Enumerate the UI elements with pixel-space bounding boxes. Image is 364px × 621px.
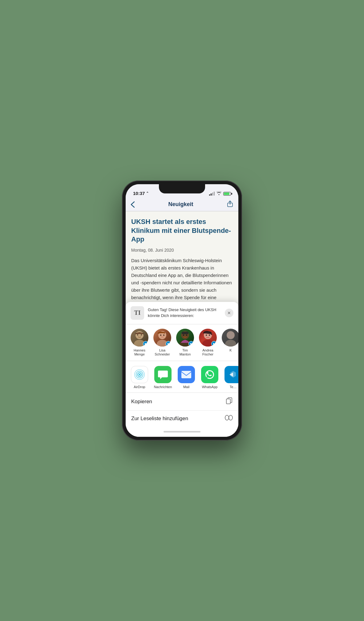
nachrichten-icon [154,366,172,383]
svg-point-3 [137,334,138,335]
share-button[interactable] [227,201,233,209]
svg-point-11 [183,335,184,336]
share-close-button[interactable]: ✕ [225,309,233,317]
share-sheet: TI Guten Tag! Diese Neuigkeit des UKSH k… [126,302,238,437]
location-icon: ⌃ [146,191,149,195]
svg-point-1 [135,331,144,339]
article-body: Das Universitätsklinikum Schleswig-Holst… [131,257,233,309]
article-date: Montag, 08. Juni 2020 [131,248,233,253]
share-preview-text: Guten Tag! Diese Neuigkeit des UKSH könn… [148,307,222,318]
svg-point-28 [225,415,229,420]
app-whatsapp[interactable]: WhatsApp [200,366,220,389]
contact-hannes[interactable]: ▶ HannesMenge [129,329,150,356]
nav-bar: Neuigkeit [126,198,238,211]
app-mail[interactable]: Mail [176,366,196,389]
contact-lisa[interactable]: ▶ LisaSchneider [152,329,172,356]
svg-point-8 [163,335,164,336]
app-nachrichten[interactable]: Nachrichten [153,366,173,389]
status-icons [209,191,231,196]
signal-bar-1 [209,194,210,196]
signal-bars [209,192,215,196]
contact-name-tim: TimManton [180,348,191,356]
share-preview-icon: TI [131,306,144,320]
svg-point-16 [206,335,207,336]
svg-point-12 [186,335,187,336]
contact-andrea[interactable]: ▶ AndreaFischer [198,329,218,356]
svg-point-18 [227,331,235,339]
signal-bar-2 [211,193,212,196]
avatar-andrea: ▶ [199,329,217,347]
apps-row: AirDrop Nachrichten [126,361,238,393]
leseliste-label: Zur Leseliste hinzufügen [131,416,188,422]
contact-k[interactable]: K [220,329,238,356]
signal-bar-3 [212,193,213,196]
notch [159,184,205,193]
te-icon [224,366,238,383]
phone-screen: 10:37 ⌃ [126,184,238,437]
airdrop-icon [131,366,148,383]
signal-bar-4 [214,192,215,196]
svg-rect-13 [182,332,188,334]
phone-frame: 10:37 ⌃ [122,181,242,440]
time-display: 10:37 [133,191,145,196]
home-indicator [126,426,238,437]
svg-point-29 [229,415,233,420]
telegram-badge-hannes: ▶ [143,341,148,347]
mail-icon [178,366,195,383]
app-name-airdrop: AirDrop [134,385,145,389]
app-te[interactable]: Te… [223,366,238,389]
app-name-whatsapp: WhatsApp [202,385,218,389]
svg-point-4 [141,334,142,335]
contact-name-andrea: AndreaFischer [202,348,213,356]
svg-point-7 [160,335,161,336]
svg-rect-27 [226,399,230,404]
contact-name-hannes: HannesMenge [134,348,145,356]
kopieren-label: Kopieren [131,399,152,405]
app-name-nachrichten: Nachrichten [154,385,172,389]
kopieren-icon [225,397,233,406]
battery-icon [223,192,231,196]
action-kopieren[interactable]: Kopieren [126,393,238,411]
contact-name-k: K [229,348,232,352]
share-preview: TI Guten Tag! Diese Neuigkeit des UKSH k… [126,302,238,324]
battery-fill [224,193,229,195]
article-title: UKSH startet als erstes Klinikum mit ein… [131,217,233,244]
home-bar [164,431,200,432]
telegram-badge-tim: ▶ [188,341,194,347]
app-name-mail: Mail [183,385,189,389]
contacts-row: ▶ HannesMenge [126,324,238,361]
app-name-te: Te… [230,385,237,389]
svg-point-19 [225,340,236,347]
avatar-hannes: ▶ [131,329,148,347]
svg-point-17 [209,335,210,336]
telegram-badge-lisa: ▶ [166,341,171,347]
svg-point-23 [139,374,140,375]
avatar-k [222,329,238,347]
page-title: Neuigkeit [168,201,193,208]
avatar-tim: ▶ [176,329,194,347]
back-button[interactable] [131,201,135,208]
app-airdrop[interactable]: AirDrop [129,366,150,389]
whatsapp-icon [201,366,218,383]
status-time: 10:37 ⌃ [133,191,149,196]
svg-rect-24 [181,371,191,378]
contact-tim[interactable]: ▶ TimManton [175,329,195,356]
leseliste-icon [225,415,233,422]
telegram-badge-andrea: ▶ [211,341,217,347]
contact-name-lisa: LisaSchneider [155,348,170,356]
wifi-icon [216,191,221,196]
action-leseliste[interactable]: Zur Leseliste hinzufügen [126,411,238,426]
avatar-lisa: ▶ [153,329,171,347]
